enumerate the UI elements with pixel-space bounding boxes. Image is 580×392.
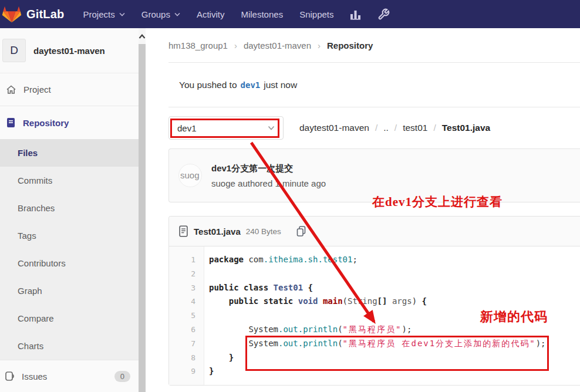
file-viewer: Test01.java 240 Bytes 123456789 package … [168, 216, 580, 386]
code-line: } [204, 364, 580, 379]
code-line: package com.itheima.sh.test01; [204, 253, 580, 267]
brand-name: GitLab [26, 8, 65, 21]
sidebar-item-graph[interactable]: Graph [0, 277, 139, 305]
commit-author-avatar: suoge [178, 164, 202, 187]
path-segment[interactable]: daytest01-maven [299, 123, 369, 133]
gitlab-tanuki-icon [1, 4, 22, 24]
line-number[interactable]: 4 [169, 295, 195, 309]
sidebar: D daytest01-maven Project Repository Fil… [0, 28, 139, 392]
repository-submenu: FilesCommitsBranchesTagsContributorsGrap… [0, 139, 139, 360]
line-numbers[interactable]: 123456789 [169, 246, 204, 385]
charts-icon[interactable] [349, 8, 362, 20]
push-notice-text: You pushed to [179, 80, 237, 90]
push-notice: You pushed to dev1 just now [168, 63, 580, 107]
path-separator: / [375, 123, 377, 133]
file-size: 240 Bytes [246, 227, 281, 236]
line-number[interactable]: 5 [169, 309, 195, 323]
nav-item-milestones[interactable]: Milestones [241, 9, 283, 19]
sidebar-item-label: Repository [23, 118, 69, 128]
path-current-file: Test01.java [442, 123, 490, 133]
push-notice-text-suffix: just now [264, 80, 297, 90]
sidebar-item-label: Project [23, 85, 51, 94]
sidebar-item-commits[interactable]: Commits [0, 167, 139, 194]
copy-icon [295, 225, 307, 237]
sidebar-item-issues[interactable]: Issues 0 [0, 360, 139, 392]
breadcrumb-separator: › [318, 40, 321, 50]
line-number[interactable]: 9 [169, 364, 195, 379]
sidebar-item-charts[interactable]: Charts [0, 332, 139, 360]
breadcrumb-item[interactable]: hm138_group1 [168, 40, 228, 50]
nav-item-snippets[interactable]: Snippets [299, 9, 333, 19]
file-viewer-header: Test01.java 240 Bytes [169, 217, 580, 246]
project-name: daytest01-maven [33, 46, 105, 56]
home-icon [6, 85, 16, 95]
breadcrumb-item[interactable]: daytest01-maven [244, 40, 311, 50]
sidebar-item-branches[interactable]: Branches [0, 194, 139, 222]
breadcrumb-item: Repository [327, 40, 373, 50]
scrollbar-thumb[interactable] [139, 44, 146, 392]
sidebar-item-compare[interactable]: Compare [0, 305, 139, 332]
sidebar-item-project[interactable]: Project [0, 73, 139, 106]
nav-item-label: Groups [141, 9, 170, 19]
sidebar-item-files[interactable]: Files [0, 139, 139, 167]
path-segment[interactable]: .. [383, 123, 389, 133]
sidebar-item-label: Issues [22, 371, 47, 381]
file-icon [178, 225, 188, 237]
code-lines: package com.itheima.sh.test01; public cl… [204, 246, 580, 385]
nav-item-label: Milestones [241, 9, 283, 19]
line-number[interactable]: 6 [169, 323, 195, 337]
sidebar-item-tags[interactable]: Tags [0, 222, 139, 249]
top-navbar: GitLab ProjectsGroupsActivityMilestonesS… [0, 0, 580, 28]
code-line: public static void main(String[] args) { [204, 295, 580, 309]
line-number[interactable]: 1 [169, 253, 195, 267]
sidebar-item-contributors[interactable]: Contributors [0, 249, 139, 277]
code-line: System.out.println("黑马程序员 在dev1分支上添加的新的代… [204, 337, 580, 351]
last-commit-panel: suoge dev1分支第一次提交 suoge authored 1 minut… [168, 148, 580, 202]
line-number[interactable]: 2 [169, 267, 195, 281]
issues-count-badge: 0 [114, 371, 130, 382]
line-number[interactable]: 3 [169, 281, 195, 295]
line-number[interactable]: 7 [169, 337, 195, 351]
chevron-down-icon [119, 12, 125, 16]
branch-dropdown-value: dev1 [177, 123, 197, 133]
breadcrumb: hm138_group1›daytest01-maven›Repository [168, 28, 580, 63]
code-line [204, 267, 580, 281]
sidebar-scrollbar [139, 28, 146, 392]
breadcrumb-separator: › [234, 40, 237, 50]
chevron-down-icon [268, 126, 275, 130]
admin-wrench-icon[interactable] [377, 8, 390, 21]
file-name: Test01.java [194, 227, 241, 236]
code-line: public class Test01 { [204, 281, 580, 295]
project-avatar: D [2, 39, 26, 62]
nav-item-label: Projects [83, 9, 115, 19]
line-number[interactable]: 8 [169, 351, 195, 365]
branch-dropdown[interactable]: dev1 [168, 116, 284, 140]
nav-menu: ProjectsGroupsActivityMilestonesSnippets [83, 9, 334, 19]
repository-icon [6, 117, 16, 128]
scrollbar-up-button[interactable] [139, 28, 146, 44]
nav-item-label: Snippets [299, 9, 333, 19]
file-toolbar: dev1 daytest01-maven/../test01/Test01.ja… [168, 107, 580, 148]
nav-item-groups[interactable]: Groups [141, 9, 180, 19]
commit-meta: suoge authored 1 minute ago [211, 178, 326, 188]
nav-item-activity[interactable]: Activity [197, 9, 225, 19]
pushed-branch-link[interactable]: dev1 [241, 80, 261, 90]
gitlab-brand[interactable]: GitLab [1, 4, 65, 24]
copy-file-contents-button[interactable] [295, 225, 307, 237]
chevron-down-icon [174, 12, 180, 16]
issues-icon [5, 371, 15, 381]
commit-title[interactable]: dev1分支第一次提交 [211, 163, 326, 174]
path-separator: / [433, 123, 436, 133]
code-line [204, 309, 580, 323]
path-segment[interactable]: test01 [403, 123, 427, 133]
code-line: System.out.println("黑马程序员"); [204, 323, 580, 337]
code-line: } [204, 351, 580, 365]
path-separator: / [394, 123, 397, 133]
nav-item-projects[interactable]: Projects [83, 9, 125, 19]
file-path-breadcrumb: daytest01-maven/../test01/Test01.java [299, 123, 490, 133]
nav-item-label: Activity [197, 9, 225, 19]
main-content: hm138_group1›daytest01-maven›Repository … [146, 28, 580, 392]
sidebar-project-context[interactable]: D daytest01-maven [0, 28, 139, 73]
sidebar-item-repository[interactable]: Repository [0, 106, 139, 139]
code-view: 123456789 package com.itheima.sh.test01;… [169, 246, 580, 385]
